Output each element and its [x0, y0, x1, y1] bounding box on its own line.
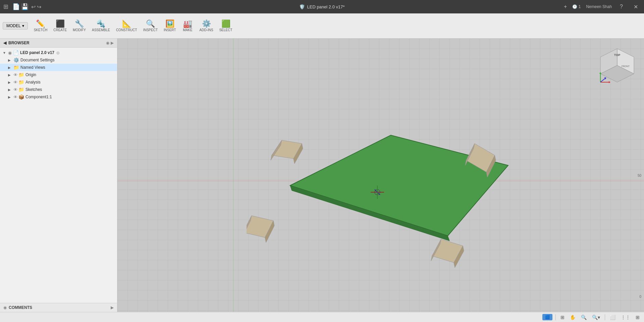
make-label: MAKE	[183, 28, 192, 32]
display-settings-button[interactable]: ⬜	[608, 314, 617, 321]
component-label: Component1:1	[25, 95, 52, 99]
tree-analysis[interactable]: ▶ 👁 📁 Analysis	[0, 78, 117, 86]
select-label: SELECT	[219, 28, 232, 32]
zoom-button[interactable]: 🔍	[579, 314, 588, 321]
make-icon: 🏭	[183, 20, 192, 28]
sketches-eye-icon: 👁	[13, 87, 18, 92]
create-icon: ⬛	[56, 20, 65, 28]
select-tool[interactable]: 🟩 SELECT	[217, 19, 235, 33]
expand-root-icon: ▼	[3, 51, 8, 55]
clock-icon[interactable]: 🕐 1	[572, 4, 581, 9]
svg-text:FRONT: FRONT	[622, 65, 630, 67]
addins-icon: ⚙️	[202, 20, 211, 28]
make-tool[interactable]: 🏭 MAKE	[179, 19, 196, 33]
sketch-label: SKETCH	[34, 28, 48, 32]
waffle-icon[interactable]: ⊞	[3, 3, 8, 10]
comments-panel: ◉ COMMENTS ▶	[0, 303, 117, 312]
svg-marker-6	[609, 81, 610, 83]
create-label: CREATE	[53, 28, 67, 32]
assemble-label: ASSEMBLE	[92, 28, 110, 32]
modify-tool[interactable]: 🔧 MODIFY	[70, 19, 89, 33]
expand-browser-icon[interactable]: ▶	[111, 41, 114, 45]
tree-origin[interactable]: ▶ 👁 📁 Origin	[0, 71, 117, 78]
pin-browser-icon[interactable]: ◉	[106, 41, 109, 45]
modify-label: MODIFY	[73, 28, 86, 32]
grid-snap-button[interactable]: ⊞	[559, 314, 566, 321]
insert-label: INSERT	[164, 28, 176, 32]
model-arrow: ▾	[22, 23, 24, 28]
main-area: ◀ BROWSER ◉ ▶ ▼ ◉ 📄 LED panel 2.0 v17 ◎ …	[0, 39, 644, 312]
component-box-icon: 📦	[18, 94, 24, 100]
undo-icon[interactable]: ↩	[31, 4, 36, 10]
root-item-label: LED panel 2.0 v17	[20, 50, 54, 55]
settings-gear-icon: ⚙️	[13, 57, 19, 63]
close-button[interactable]: ✕	[631, 2, 641, 11]
insert-icon: 🖼️	[165, 20, 174, 28]
window-title: LED panel 2.0 v17*	[307, 4, 344, 9]
scale-indicator-bottom: 0	[639, 295, 641, 299]
status-sep-1	[555, 314, 556, 320]
viewport[interactable]: TOP FRONT 50 0	[117, 39, 644, 312]
assemble-icon: 🔩	[96, 20, 105, 28]
save-icon[interactable]: 💾	[21, 3, 29, 10]
folder-sketches-icon: 📁	[18, 87, 24, 92]
browser-title: ◀ BROWSER	[3, 41, 30, 45]
view-cube[interactable]: TOP FRONT	[597, 45, 637, 86]
expand-namedviews-icon: ▶	[8, 66, 13, 69]
svg-line-9	[600, 78, 605, 82]
create-tool[interactable]: ⬛ CREATE	[51, 19, 69, 33]
toolbar: MODEL ▾ ✏️ SKETCH ⬛ CREATE 🔧 MODIFY 🔩 AS…	[0, 13, 644, 39]
model-mode-button[interactable]: MODEL ▾	[3, 22, 28, 30]
expand-analysis-icon: ▶	[8, 80, 13, 84]
construct-icon: 📐	[122, 20, 131, 28]
help-button[interactable]: ?	[617, 2, 626, 11]
gizmo-center	[376, 191, 378, 193]
sketch-tool[interactable]: ✏️ SKETCH	[31, 19, 50, 33]
title-center: 🛡️ LED panel 2.0 v17*	[299, 4, 344, 9]
statusbar: 🟦 ⊞ ✋ 🔍 🔍▾ ⬜ ⋮⋮ ⊞	[0, 312, 644, 322]
inspect-tool[interactable]: 🔍 INSPECT	[141, 19, 160, 33]
zoom-dropdown-button[interactable]: 🔍▾	[590, 314, 602, 321]
tree-root-item[interactable]: ▼ ◉ 📄 LED panel 2.0 v17 ◎	[0, 49, 117, 56]
tree-sketches[interactable]: ▶ 👁 📁 Sketches	[0, 86, 117, 93]
addins-tool[interactable]: ⚙️ ADD-INS	[197, 19, 216, 33]
grid-settings-button[interactable]: ⋮⋮	[619, 314, 632, 321]
folder-analysis-icon: 📁	[18, 79, 24, 85]
tree-named-views[interactable]: ▶ 📁 Named Views	[0, 64, 117, 71]
assemble-tool[interactable]: 🔩 ASSEMBLE	[89, 19, 113, 33]
construct-tool[interactable]: 📐 CONSTRUCT	[113, 19, 140, 33]
3d-model-area	[117, 39, 644, 312]
status-tools: 🟦 ⊞ ✋ 🔍 🔍▾ ⬜ ⋮⋮ ⊞	[542, 314, 641, 321]
insert-tool[interactable]: 🖼️ INSERT	[161, 19, 179, 33]
tab-new-icon[interactable]: +	[564, 4, 567, 10]
root-doc-icon: 📄	[13, 50, 19, 55]
tree-component[interactable]: ▶ 👁 📦 Component1:1	[0, 93, 117, 101]
scale-indicator: 50	[638, 173, 641, 177]
model-svg	[247, 78, 515, 273]
inspect-label: INSPECT	[143, 28, 158, 32]
tree-document-settings[interactable]: ▶ ⚙️ Document Settings	[0, 56, 117, 64]
browser-tree: ▼ ◉ 📄 LED panel 2.0 v17 ◎ ▶ ⚙️ Document …	[0, 48, 117, 303]
user-label: Nemeen Shah	[586, 4, 612, 9]
expand-comments-icon[interactable]: ◉	[3, 305, 7, 310]
folder-namedviews-icon: 📁	[13, 65, 19, 70]
titlebar: ⊞ 📄 💾 ↩ ↪ 🛡️ LED panel 2.0 v17* + 🕐 1 Ne…	[0, 0, 644, 13]
modify-icon: 🔧	[75, 20, 84, 28]
expand-component-icon: ▶	[8, 95, 13, 99]
display-mode-button[interactable]: 🟦	[542, 314, 552, 320]
analysis-label: Analysis	[25, 80, 41, 85]
select-icon: 🟩	[221, 20, 230, 28]
browser-header: ◀ BROWSER ◉ ▶	[0, 39, 117, 48]
origin-eye-icon: 👁	[13, 72, 18, 77]
browser-label: BROWSER	[8, 41, 30, 45]
layout-button[interactable]: ⊞	[634, 314, 641, 321]
svg-text:TOP: TOP	[614, 53, 620, 57]
file-icon[interactable]: 📄	[12, 3, 20, 10]
title-controls: + 🕐 1 Nemeen Shah ? ✕	[564, 2, 641, 11]
pin-comments-icon[interactable]: ▶	[111, 305, 114, 310]
pan-button[interactable]: ✋	[568, 314, 577, 321]
collapse-sidebar-icon[interactable]: ◀	[3, 41, 6, 45]
root-light-icon: ◉	[8, 50, 12, 55]
inspect-icon: 🔍	[146, 20, 155, 28]
redo-icon[interactable]: ↪	[37, 4, 41, 10]
